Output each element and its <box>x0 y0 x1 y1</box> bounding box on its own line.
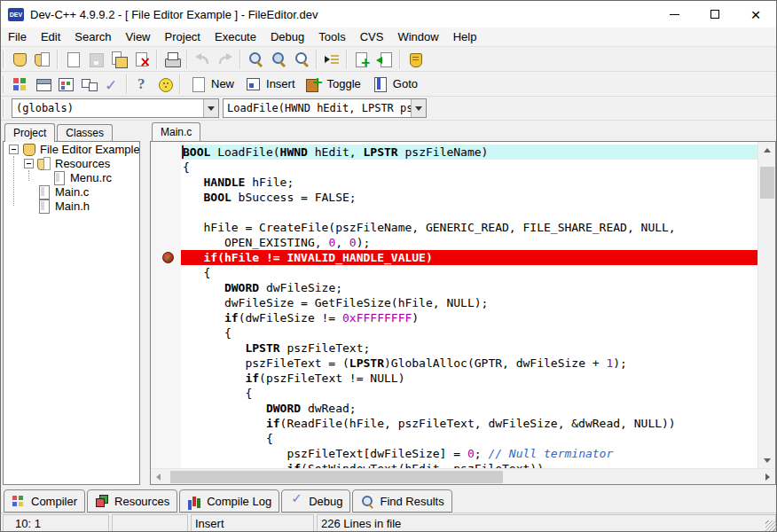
member-combobox[interactable]: LoadFile(HWND hEdit, LPSTR psz <box>223 98 427 118</box>
resize-grip[interactable] <box>765 520 777 532</box>
tab-project[interactable]: Project <box>4 123 55 142</box>
toolbar-grip[interactable] <box>3 75 5 93</box>
redo-button[interactable] <box>214 49 237 70</box>
rebuild-button[interactable] <box>77 74 100 95</box>
breakpoint-icon[interactable] <box>162 252 174 263</box>
find-in-files-button[interactable] <box>267 49 290 70</box>
horizontal-scroll-thumb[interactable] <box>170 471 503 483</box>
find-icon <box>360 495 375 508</box>
maximize-button[interactable] <box>695 1 735 27</box>
compiler-icon <box>12 495 27 508</box>
code-line: pszFileText = (LPSTR)GlobalAlloc(GPTR, d… <box>181 356 757 371</box>
close-button[interactable]: × <box>735 1 776 27</box>
dev-cpp-window: DEV Dev-C++ 4.9.9.2 - [ File Editor Exam… <box>0 0 777 532</box>
scope-combobox[interactable]: (globals) <box>12 98 219 118</box>
compile-button[interactable] <box>8 74 31 95</box>
menu-item-window[interactable]: Window <box>390 27 445 47</box>
toolbar-grip[interactable] <box>3 51 5 68</box>
tree-item-main-h[interactable]: Main.h <box>4 199 139 213</box>
minimize-button[interactable] <box>654 1 695 27</box>
toolbar-grip[interactable] <box>3 99 5 117</box>
menu-item-file[interactable]: File <box>1 27 34 47</box>
tab-compile-log[interactable]: Compile Log <box>179 489 279 512</box>
insert-button[interactable]: Insert <box>239 74 300 95</box>
tree-item-menu-rc[interactable]: Menu.rc <box>4 170 139 184</box>
tree-item-file-editor-example[interactable]: File Editor Example <box>4 142 139 156</box>
code-line: hFile = CreateFile(pszFileName, GENERIC_… <box>181 220 757 235</box>
close-file-button[interactable] <box>130 49 153 70</box>
remove-from-project-button[interactable] <box>373 49 396 70</box>
tree-item-main-c[interactable]: Main.c <box>4 184 139 199</box>
toggle-button-label: Toggle <box>327 77 361 90</box>
toolbar-separator <box>186 50 188 69</box>
project-tree[interactable]: File Editor ExampleResourcesMenu.rcMain.… <box>3 141 140 485</box>
vertical-scrollbar[interactable] <box>757 142 775 468</box>
menu-item-cvs[interactable]: CVS <box>353 27 391 47</box>
open-project-button[interactable] <box>8 49 31 70</box>
save-all-button[interactable] <box>107 49 130 70</box>
menu-item-project[interactable]: Project <box>158 27 208 47</box>
editor-gutter[interactable] <box>151 142 181 468</box>
menu-item-debug[interactable]: Debug <box>263 27 311 47</box>
debug-check-button[interactable] <box>100 74 123 95</box>
code-area[interactable]: BOOL LoadFile(HWND hEdit, LPSTR pszFileN… <box>181 142 757 468</box>
tab-find-results[interactable]: Find Results <box>352 489 451 512</box>
code-token: if <box>266 417 280 430</box>
toolbar-separator <box>156 50 158 69</box>
menu-item-view[interactable]: View <box>119 27 158 47</box>
print-icon <box>162 50 182 69</box>
print-button[interactable] <box>161 49 184 70</box>
scroll-down-icon[interactable] <box>758 452 776 468</box>
horizontal-scrollbar[interactable] <box>151 468 775 484</box>
new-source-button[interactable] <box>61 49 84 70</box>
tree-expander-icon[interactable] <box>9 145 19 154</box>
toolbar-separator <box>239 50 241 69</box>
chevron-down-icon[interactable] <box>203 99 218 117</box>
replace-button[interactable] <box>290 49 313 70</box>
chevron-down-icon[interactable] <box>411 99 426 117</box>
new-button[interactable]: New <box>184 74 239 95</box>
text-caret <box>182 145 184 159</box>
open-file-button[interactable] <box>31 49 54 70</box>
panel-splitter[interactable] <box>140 122 150 485</box>
code-token: pszFileText[dwFileSize] = <box>183 447 467 460</box>
profile-button[interactable] <box>404 49 427 70</box>
tab-main-c[interactable]: Main.c <box>152 122 200 141</box>
code-token: BOOL <box>183 145 210 159</box>
tab-debug[interactable]: Debug <box>281 489 350 512</box>
scroll-up-icon[interactable] <box>758 142 776 158</box>
goto-line-button[interactable] <box>320 49 343 70</box>
vertical-scroll-thumb[interactable] <box>760 167 774 199</box>
run-button[interactable] <box>31 74 54 95</box>
help-button[interactable] <box>130 74 153 95</box>
menu-item-help[interactable]: Help <box>446 27 484 47</box>
about-button[interactable] <box>153 74 177 95</box>
tree-connector <box>28 170 29 181</box>
goto-button[interactable]: Goto <box>365 74 422 95</box>
code-token: dwRead; <box>301 402 357 415</box>
run-icon <box>33 74 52 94</box>
undo-button[interactable] <box>191 49 214 70</box>
menu-item-search[interactable]: Search <box>67 27 118 47</box>
tree-item-resources[interactable]: Resources <box>4 156 139 170</box>
compile-run-button[interactable] <box>54 74 77 95</box>
toggle-button[interactable]: Toggle <box>300 74 365 95</box>
tab-classes[interactable]: Classes <box>57 124 113 141</box>
tab-resources[interactable]: Resources <box>87 489 177 512</box>
add-to-project-button[interactable] <box>350 49 373 70</box>
code-token: { <box>183 266 210 279</box>
titlebar: DEV Dev-C++ 4.9.9.2 - [ File Editor Exam… <box>1 1 776 27</box>
find-button[interactable] <box>244 49 267 70</box>
code-token: { <box>183 160 190 174</box>
tree-expander-icon[interactable] <box>24 159 34 168</box>
menu-item-tools[interactable]: Tools <box>311 27 352 47</box>
menu-item-edit[interactable]: Edit <box>34 27 67 47</box>
menu-item-execute[interactable]: Execute <box>208 27 263 47</box>
new-source-icon <box>63 50 82 69</box>
open-file-icon <box>33 50 52 69</box>
redo-icon <box>216 50 235 69</box>
code-token: bSuccess = FALSE; <box>232 191 357 204</box>
tab-compiler[interactable]: Compiler <box>4 489 85 512</box>
save-button[interactable] <box>84 49 107 70</box>
project-icon <box>22 143 36 156</box>
